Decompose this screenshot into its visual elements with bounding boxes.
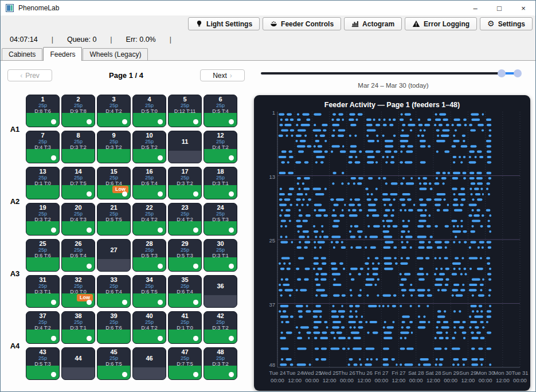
feeder-card-27[interactable]: 27 [97, 239, 131, 272]
feeder-card-13[interactable]: 1325pD:1 T:0 [26, 167, 60, 199]
feeder-card-19[interactable]: 1925pD:3 T:2 [26, 203, 60, 236]
feeder-card-32[interactable]: 3225pD:0 T:0Low [61, 275, 95, 308]
feeder-card-31[interactable]: 3125pD:3 T:1 [26, 275, 60, 308]
feeder-card-6[interactable]: 625pD:5 T:4 [204, 95, 237, 127]
feeder-card-17[interactable]: 1725pD:3 T:2 [168, 167, 202, 199]
feeder-number: 22 [133, 205, 166, 211]
svg-text:Wed 25: Wed 25 [320, 370, 339, 376]
activity-indicator-dot [229, 155, 234, 160]
feeder-card-header: 46 [133, 348, 166, 367]
toolbar-button-feeder-controls[interactable]: Feeder Controls [263, 17, 341, 30]
feeder-card-46[interactable]: 46 [132, 347, 166, 380]
feeder-status-area-ok [62, 330, 95, 343]
feeder-card-28[interactable]: 2825pD:5 T:3 [132, 239, 166, 272]
feeder-card-36[interactable]: 36 [204, 275, 237, 308]
toolbar-button-light-settings[interactable]: Light Settings [188, 17, 260, 30]
feeder-card-45[interactable]: 4525pD:6 T:5 [97, 347, 131, 380]
feeder-status-area-offline [169, 151, 201, 163]
svg-text:Thu 26: Thu 26 [338, 370, 355, 376]
feeder-number: 47 [169, 349, 201, 355]
date-range-slider[interactable] [261, 69, 521, 78]
feeder-number: 14 [62, 168, 95, 175]
feeder-card-9[interactable]: 925pD:3 T:2 [97, 131, 131, 163]
feeder-card-5[interactable]: 525pD:12 T:11 [168, 95, 202, 127]
feeder-card-39[interactable]: 3925pD:6 T:6 [97, 311, 131, 344]
feeder-card-44[interactable]: 44 [61, 347, 95, 380]
feeder-card-22[interactable]: 2225pD:4 T:2 [132, 203, 166, 236]
activity-indicator-dot [229, 336, 234, 341]
tab-cabinets[interactable]: Cabinets [2, 48, 42, 60]
feeder-card-30[interactable]: 3025pD:3 T:1 [204, 239, 237, 272]
feeder-card-26[interactable]: 2625pD:6 T:4 [61, 239, 95, 272]
slider-handle-end[interactable] [514, 69, 522, 77]
status-separator: | [170, 36, 171, 44]
feeder-card-33[interactable]: 3325pD:6 T:4 [97, 275, 131, 308]
svg-text:12:00: 12:00 [392, 377, 406, 383]
feeder-card-10[interactable]: 1025pD:5 T:2 [132, 131, 166, 163]
feeder-card-40[interactable]: 4025pD:4 T:2 [132, 311, 166, 344]
feeder-card-38[interactable]: 3825pD:3 T:1 [61, 311, 95, 344]
status-separator: | [110, 36, 112, 44]
svg-text:Wed 25: Wed 25 [303, 370, 322, 376]
feeder-card-3[interactable]: 325pD:4 T:2 [97, 95, 131, 127]
feeder-card-header: 36 [204, 276, 237, 295]
activity-indicator-dot [122, 119, 127, 124]
toolbar-button-settings[interactable]: ⚙Settings [480, 17, 533, 30]
feeder-card-29[interactable]: 2925pD:5 T:3 [168, 239, 202, 272]
feeder-card-header: 11 [169, 131, 201, 151]
gear-icon: ⚙ [487, 20, 495, 28]
feeder-status-area-ok [97, 149, 130, 163]
close-button[interactable]: × [511, 1, 535, 15]
feeder-card-2[interactable]: 225pD:9 T:8 [61, 95, 95, 127]
feeder-card-47[interactable]: 4725pD:7 T:5 [168, 347, 202, 380]
feeder-card-34[interactable]: 3425pD:6 T:5 [132, 275, 166, 308]
pellet-count: 25p [97, 355, 130, 361]
feeder-card-25[interactable]: 2525pD:6 T:6 [26, 239, 60, 272]
queue-count: Queue: 0 [67, 36, 96, 44]
feeder-card-24[interactable]: 2425pD:5 T:3 [204, 203, 237, 236]
bulb-icon [195, 20, 203, 28]
feeder-card-43[interactable]: 4325pD:5 T:3 [26, 347, 60, 380]
tab-feeders[interactable]: Feeders [43, 47, 82, 61]
feeder-card-23[interactable]: 2325pD:4 T:2 [168, 203, 202, 236]
main-content: ‹ Prev Page 1 / 4 Next › A1A2A3A4125pD:8… [1, 60, 535, 391]
pellet-count: 25p [133, 283, 166, 289]
feeder-card-4[interactable]: 425pD:5 T:0 [132, 95, 166, 127]
feeder-card-48[interactable]: 4825pD:3 T:2 [204, 347, 237, 380]
slider-track[interactable] [261, 72, 521, 75]
toolbar-button-label: Error Logging [424, 20, 470, 28]
feeder-status-area-ok [169, 185, 201, 199]
feeder-number: 23 [169, 205, 201, 211]
feeder-card-12[interactable]: 1225pD:4 T:2 [204, 131, 237, 163]
feeder-card-11[interactable]: 11 [168, 131, 202, 163]
svg-text:00:00: 00:00 [409, 377, 423, 383]
feeder-card-7[interactable]: 725pD:4 T:3 [26, 131, 60, 163]
feeder-card-37[interactable]: 3725pD:4 T:2 [26, 311, 60, 344]
svg-text:37: 37 [269, 301, 275, 308]
feeder-card-14[interactable]: 1425pD:7 T:5 [61, 167, 95, 199]
feeder-number: 31 [26, 277, 59, 283]
feeder-card-35[interactable]: 3525pD:6 T:4 [168, 275, 202, 308]
feeder-card-8[interactable]: 825pD:3 T:2 [61, 131, 95, 163]
feeder-card-1[interactable]: 125pD:8 T:6 [26, 95, 60, 127]
feeder-card-41[interactable]: 4125pD:1 T:0 [168, 311, 202, 344]
feeder-number: 9 [97, 132, 130, 139]
feeder-number: 18 [204, 168, 237, 175]
slider-handle-start[interactable] [498, 69, 506, 77]
feeder-card-42[interactable]: 4225pD:3 T:2 [204, 311, 237, 344]
actogram-title: Feeder Activity — Page 1 (feeders 1–48) [254, 95, 530, 109]
feeder-card-21[interactable]: 2125pD:5 T:5 [97, 203, 131, 236]
svg-text:12:00: 12:00 [427, 377, 440, 383]
feeder-card-15[interactable]: 1525pD:6 T:4Low [97, 167, 131, 199]
pellet-count: 25p [169, 211, 201, 217]
feeder-number: 21 [97, 205, 130, 211]
maximize-button[interactable]: □ [487, 1, 511, 15]
feeder-card-18[interactable]: 1825pD:3 T:1 [204, 167, 237, 199]
toolbar-button-actogram[interactable]: Actogram [344, 17, 402, 30]
feeder-card-20[interactable]: 2025pD:4 T:3 [61, 203, 95, 236]
toolbar-button-error-logging[interactable]: Error Logging [405, 17, 477, 30]
tab-wheels-legacy-[interactable]: Wheels (Legacy) [83, 48, 148, 60]
feeder-status-area-ok [97, 113, 130, 127]
minimize-button[interactable]: – [463, 1, 487, 15]
feeder-card-16[interactable]: 1625pD:6 T:4 [132, 167, 166, 199]
